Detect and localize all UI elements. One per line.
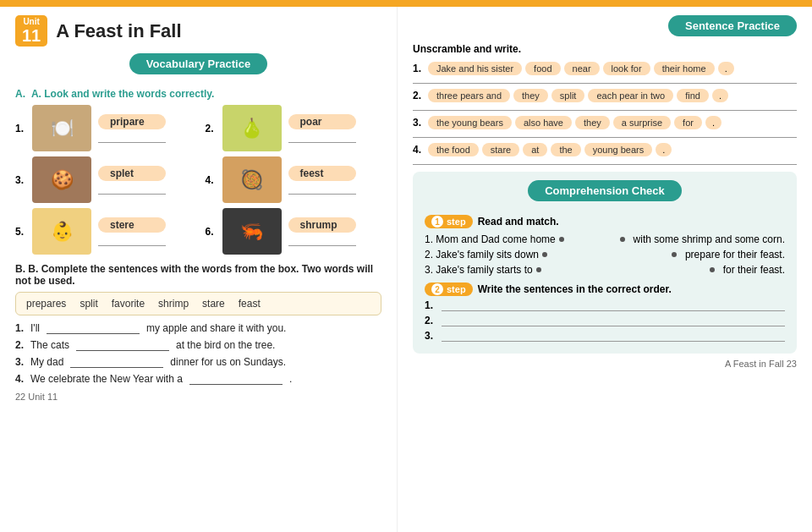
step2-label: 2step Write the sentences in the correct… <box>425 282 785 296</box>
scramble-3-2: they <box>575 116 610 129</box>
vocab-word-2: poar <box>288 114 356 129</box>
sent-2-after: at the bird on the tree. <box>176 339 275 351</box>
scramble-group-3: 3. the young bears also have they a surp… <box>413 116 797 138</box>
left-panel: Unit 11 A Feast in Fall Vocabulary Pract… <box>0 7 398 532</box>
scramble-1-3: look for <box>603 62 650 75</box>
write-line-3: 3. <box>425 330 785 342</box>
sentence-3: 3. My dad dinner for us on Sundays. <box>15 356 381 368</box>
scramble-4-5: . <box>656 143 672 156</box>
word-box-item-5: feast <box>239 298 261 310</box>
scramble-3-1: also have <box>515 116 572 129</box>
unit-label: Unit <box>23 17 39 26</box>
scramble-underline-3 <box>413 134 797 138</box>
vocab-underline-6 <box>288 236 356 246</box>
sent-3-after: dinner for us on Sundays. <box>170 356 286 368</box>
match-1-left: 1. Mom and Dad come home <box>425 233 556 245</box>
scramble-2-0: three pears and <box>428 89 510 102</box>
scramble-section: 1. Jake and his sister food near look fo… <box>413 62 797 165</box>
match-section: 1. Mom and Dad come home with some shrim… <box>425 233 785 276</box>
match-3-right: for their feast. <box>723 264 785 276</box>
match-3-left: 3. Jake's family starts to <box>425 264 533 276</box>
write-lines: 1. 2. 3. <box>425 299 785 342</box>
write-line-1: 1. <box>425 299 785 311</box>
unit-number: 11 <box>22 26 41 45</box>
comp-check-header: Comprehension Check <box>528 180 682 201</box>
scramble-2-5: . <box>712 89 728 102</box>
scramble-underline-2 <box>413 107 797 111</box>
section-b-label: B. B. Complete the sentences with the wo… <box>15 263 381 287</box>
right-panel: Sentence Practice Unscramble and write. … <box>398 7 812 532</box>
scramble-3-5: . <box>705 116 721 129</box>
word-box-item-1: split <box>80 298 97 310</box>
sent-3-blank[interactable] <box>70 356 163 368</box>
vocab-img-2: 🍐 <box>222 105 282 151</box>
scramble-1-5: . <box>718 62 734 75</box>
scramble-2-4: find <box>677 89 709 102</box>
right-top: Sentence Practice <box>413 15 797 36</box>
vocab-word-1: pripare <box>98 114 166 129</box>
vocab-img-4: 🥘 <box>222 156 282 203</box>
match-row-2: 2. Jake's family sits down prepare for t… <box>425 249 785 261</box>
scramble-1-4: their home <box>654 62 715 75</box>
word-box-item-4: stare <box>202 298 225 310</box>
scramble-1-0: Jake and his sister <box>428 62 522 75</box>
vocab-item-5: 5. 👶 stere <box>15 208 192 255</box>
match-2-left: 2. Jake's family sits down <box>425 249 539 261</box>
write-line-2: 2. <box>425 315 785 326</box>
page-content: Unit 11 A Feast in Fall Vocabulary Pract… <box>0 7 812 532</box>
scramble-4-4: young bears <box>584 143 653 156</box>
sentence-4: 4. We celebrate the New Year with a . <box>15 373 381 385</box>
vocab-word-4: feest <box>288 166 356 181</box>
unit-title: A Feast in Fall <box>56 20 181 42</box>
scramble-group-4: 4. the food stare at the young bears . <box>413 143 797 165</box>
sentence-list: 1. I'll my apple and share it with you. … <box>15 322 381 385</box>
scramble-row-2: 2. three pears and they split each pear … <box>413 89 797 102</box>
write-underline-3[interactable] <box>442 330 785 342</box>
scramble-3-4: for <box>674 116 702 129</box>
sent-2-blank[interactable] <box>76 339 169 351</box>
section-a-letter: A. <box>15 88 25 100</box>
scramble-3-0: the young bears <box>428 116 512 129</box>
vocab-underline-3 <box>98 184 166 195</box>
match-row-1: 1. Mom and Dad come home with some shrim… <box>425 233 785 245</box>
vocab-img-5: 👶 <box>32 208 91 255</box>
match-row-3: 3. Jake's family starts to for their fea… <box>425 264 785 276</box>
vocab-item-3: 3. 🍪 splet <box>15 156 192 203</box>
scramble-1-1: food <box>525 62 560 75</box>
word-box-item-0: prepares <box>26 298 66 310</box>
vocab-item-2: 2. 🍐 poar <box>206 105 382 151</box>
sent-3-before: My dad <box>30 356 63 368</box>
unscramble-label: Unscramble and write. <box>413 43 797 55</box>
match-1-right: with some shrimp and some corn. <box>634 233 785 245</box>
section-a-label: A. A. Look and write the words correctly… <box>15 88 381 100</box>
vocab-underline-2 <box>288 133 356 143</box>
sent-1-blank[interactable] <box>47 322 140 334</box>
scramble-4-3: the <box>551 143 580 156</box>
scramble-4-2: at <box>523 143 547 156</box>
vocab-img-3: 🍪 <box>32 156 91 203</box>
word-box-item-2: favorite <box>112 298 145 310</box>
vocab-underline-4 <box>288 184 356 195</box>
sentence-2: 2. The cats at the bird on the tree. <box>15 339 381 351</box>
sentence-practice-header: Sentence Practice <box>668 15 797 36</box>
scramble-underline-4 <box>413 162 797 165</box>
vocab-item-4: 4. 🥘 feest <box>206 156 382 203</box>
scramble-2-2: split <box>551 89 585 102</box>
vocab-word-5: stere <box>98 217 166 233</box>
write-underline-1[interactable] <box>442 299 785 311</box>
scramble-3-3: a surprise <box>613 116 671 129</box>
word-box: prepares split favorite shrimp stare fea… <box>15 292 381 315</box>
write-underline-2[interactable] <box>442 315 785 326</box>
scramble-2-3: each pear in two <box>588 89 673 102</box>
vocab-grid: 1. 🍽️ pripare 2. 🍐 poar <box>15 105 381 255</box>
vocab-word-6: shrump <box>288 217 356 233</box>
unit-tag: Unit 11 A Feast in Fall <box>15 15 381 47</box>
vocab-item-1: 1. 🍽️ pripare <box>15 105 192 151</box>
step1-label: 1step Read and match. <box>425 215 785 228</box>
right-footer: A Feast in Fall 23 <box>413 359 797 369</box>
word-box-item-3: shrimp <box>158 298 189 310</box>
vocab-underline-5 <box>98 236 166 246</box>
vocab-img-6: 🦐 <box>222 208 282 255</box>
vocab-img-1: 🍽️ <box>32 105 91 151</box>
sent-4-blank[interactable] <box>189 373 283 385</box>
